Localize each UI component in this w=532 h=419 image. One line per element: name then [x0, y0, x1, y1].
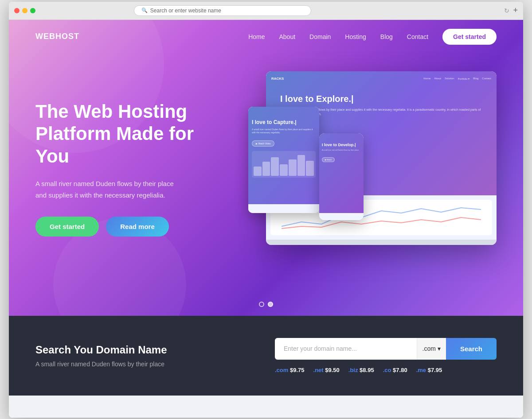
domain-section: Search You Domain Name A small river nam… [9, 316, 523, 396]
hero-text-block: The Web Hosting Platform Made for You A … [35, 101, 222, 237]
domain-extension-select[interactable]: .com ▾ [417, 338, 446, 360]
nav-links: Home About Domain Hosting Blog Contact G… [248, 29, 497, 45]
hero-pagination [9, 293, 523, 316]
hero-description: A small river named Duden flows by their… [35, 178, 186, 201]
tablet-mockup: I love to Capture.| A small river named … [248, 107, 319, 213]
price-val-com: $9.75 [290, 367, 305, 373]
laptop-nav: Home About Solution Portfolio ▾ Blog Con… [423, 77, 491, 80]
address-bar[interactable]: 🔍 Search or enter website name [134, 5, 311, 16]
close-button[interactable] [14, 8, 20, 13]
hero-mockups: RACKS Home About Solution Portfolio ▾ Bl… [231, 71, 497, 266]
nav-cta-button[interactable]: Get started [442, 29, 497, 45]
domain-prices: .com $9.75 .net $9.50 .biz $8.95 .co [275, 367, 497, 373]
laptop-navbar: RACKS Home About Solution Portfolio ▾ Bl… [271, 77, 491, 81]
website-content: WEBHOST Home About Domain Hosting Blog C… [9, 20, 523, 418]
laptop-base [266, 240, 497, 245]
laptop-nav-item-contact: Contact [482, 77, 491, 80]
domain-heading: Search You Domain Name [35, 344, 167, 356]
domain-inner: Search You Domain Name A small river nam… [35, 338, 497, 373]
phone-btn: ▶ Watch [322, 157, 335, 162]
nav-link-blog[interactable]: Blog [380, 33, 393, 40]
tablet-subtext: A small river named Duden flows by their… [252, 128, 316, 135]
price-com: .com $9.75 [275, 367, 305, 373]
browser-traffic-lights [14, 8, 35, 13]
phone-headline: I love to Develop.| [322, 143, 361, 147]
nav-link-about[interactable]: About [279, 33, 295, 40]
laptop-nav-item-solution: Solution [445, 77, 454, 80]
pagination-dot-1[interactable] [259, 302, 264, 307]
minimize-button[interactable] [22, 8, 27, 13]
tablet-bottom [248, 204, 319, 213]
search-icon: 🔍 [141, 8, 148, 13]
domain-extension-value: .com [422, 345, 436, 352]
price-me: .me $7.95 [416, 367, 442, 373]
price-ext-net: .net [313, 367, 324, 373]
navbar: WEBHOST Home About Domain Hosting Blog C… [9, 20, 523, 54]
chevron-down-icon: ▾ [438, 345, 441, 352]
nav-link-hosting[interactable]: Hosting [345, 33, 366, 40]
price-val-net: $9.50 [325, 367, 340, 373]
price-val-biz: $8.95 [360, 367, 374, 373]
logo: WEBHOST [35, 32, 79, 41]
domain-subtext: A small river named Duden flows by their… [35, 361, 167, 368]
price-biz: .biz $8.95 [348, 367, 374, 373]
price-co: .co $7.80 [383, 367, 407, 373]
phone-mockup: I love to Develop.| A small river named … [319, 133, 364, 220]
domain-input[interactable] [275, 338, 417, 360]
nav-link-domain[interactable]: Domain [309, 33, 331, 40]
hero-title: The Web Hosting Platform Made for You [35, 101, 222, 167]
domain-search-button[interactable]: Search [446, 338, 497, 360]
phone-screen: I love to Develop.| A small river named … [319, 133, 364, 213]
domain-input-row: .com ▾ Search [275, 338, 497, 360]
price-ext-biz: .biz [348, 367, 358, 373]
new-tab-button[interactable]: + [513, 6, 518, 15]
phone-subtext: A small river named Duden flows by their… [322, 149, 361, 151]
tablet-chart [252, 151, 316, 178]
tablet-screen: I love to Capture.| A small river named … [248, 107, 319, 204]
phone-bottom [319, 213, 364, 220]
price-val-me: $7.95 [428, 367, 442, 373]
laptop-nav-item-blog: Blog [473, 77, 478, 80]
domain-text: Search You Domain Name A small river nam… [35, 344, 167, 368]
price-ext-com: .com [275, 367, 288, 373]
laptop-headline: I love to Explore.| [271, 94, 491, 104]
price-ext-me: .me [416, 367, 426, 373]
domain-search-area: .com ▾ Search .com $9.75 .net $9.50 [275, 338, 497, 373]
hero-buttons: Get started Read more [35, 217, 222, 237]
hero-section: WEBHOST Home About Domain Hosting Blog C… [9, 20, 523, 316]
pagination-dot-2[interactable] [268, 302, 273, 307]
maximize-button[interactable] [30, 8, 35, 13]
price-net: .net $9.50 [313, 367, 340, 373]
laptop-nav-item-home: Home [423, 77, 430, 80]
nav-link-home[interactable]: Home [248, 33, 265, 40]
hero-read-more-button[interactable]: Read more [106, 217, 169, 237]
url-text: Search or enter website name [150, 8, 221, 14]
laptop-nav-item-portfolio: Portfolio ▾ [458, 77, 470, 80]
tablet-headline: I love to Capture.| [252, 119, 316, 125]
refresh-button[interactable]: ↻ [504, 7, 509, 14]
price-val-co: $7.80 [393, 367, 407, 373]
tablet-btn: ▶ Watch Video [252, 140, 274, 147]
footer-strip [9, 396, 523, 418]
hero-get-started-button[interactable]: Get started [35, 217, 99, 237]
browser-window: 🔍 Search or enter website name ↻ + WEBHO… [9, 2, 523, 418]
laptop-nav-item-about: About [434, 77, 441, 80]
browser-toolbar: 🔍 Search or enter website name ↻ + [9, 2, 523, 20]
price-ext-co: .co [383, 367, 391, 373]
hero-content: The Web Hosting Platform Made for You A … [9, 54, 523, 293]
laptop-logo: RACKS [271, 77, 284, 81]
nav-link-contact[interactable]: Contact [407, 33, 428, 40]
